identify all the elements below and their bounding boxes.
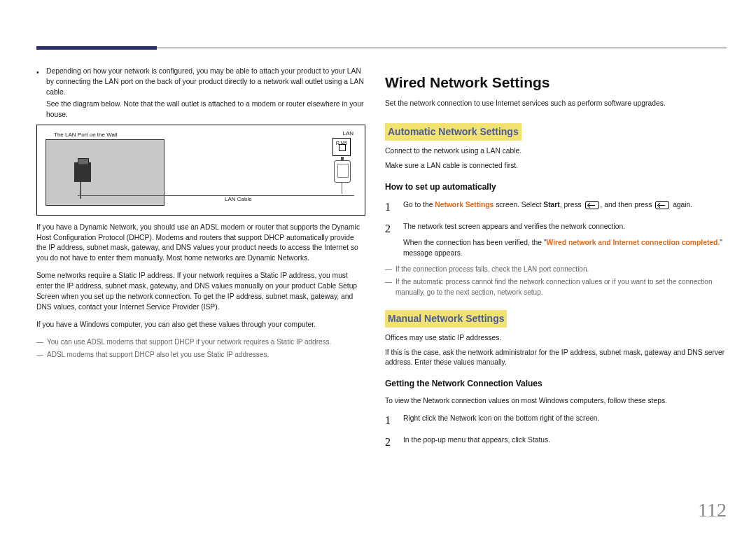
top-accent-bar <box>36 46 157 50</box>
step-body: The network test screen appears and veri… <box>403 220 728 259</box>
step-2: 2 The network test screen appears and ve… <box>385 220 728 259</box>
step-number: 1 <box>385 412 395 428</box>
cable-vertical <box>342 183 342 194</box>
step2-line2: When the connection has been verified, t… <box>403 238 728 259</box>
auto-p2: Make sure a LAN cable is connected first… <box>385 161 728 171</box>
auto-p1: Connect to the network using a LAN cable… <box>385 146 728 157</box>
step2-line1: The network test screen appears and veri… <box>403 222 728 232</box>
step-number: 2 <box>385 434 395 450</box>
dash-icon: ― <box>36 350 43 360</box>
dash-icon: ― <box>385 277 392 297</box>
text: When the connection has been verified, t… <box>403 239 547 246</box>
cable-connector-icon <box>334 160 351 183</box>
paragraph-static-ip: Some networks require a Static IP addres… <box>36 271 365 313</box>
rj45-port-icon: RJ45 <box>332 138 351 156</box>
note-text: You can use ADSL modems that support DHC… <box>47 337 331 348</box>
step-body: Right click the Network icon on the bott… <box>403 412 728 424</box>
bold-start: Start <box>543 201 559 209</box>
heading-howto-auto: How to set up automatically <box>385 181 728 193</box>
note-line: ― ADSL modems that support DHCP also let… <box>36 350 365 360</box>
lan-label: LAN <box>342 129 354 138</box>
note-text: If the automatic process cannot find the… <box>396 277 728 297</box>
text: , and then press <box>601 201 654 209</box>
paragraph-dhcp: If you have a Dynamic Network, you shoul… <box>36 223 365 265</box>
note-text: If the connection process fails, check t… <box>396 265 589 275</box>
step-number: 2 <box>385 220 395 237</box>
paragraph-windows: If you have a Windows computer, you can … <box>36 320 365 330</box>
enter-button-icon <box>585 201 599 209</box>
manual-p2: If this is the case, ask the network adm… <box>385 348 728 369</box>
page-number: 112 <box>698 499 727 521</box>
highlight-network-settings: Network Settings <box>435 201 493 209</box>
manual-step-2: 2 In the pop-up menu that appears, click… <box>385 434 728 450</box>
step-number: 1 <box>385 199 395 215</box>
manual-step-1: 1 Right click the Network icon on the bo… <box>385 412 728 428</box>
enter-button-icon <box>655 201 669 209</box>
section-title: Wired Network Settings <box>385 72 728 93</box>
note-line: ― You can use ADSL modems that support D… <box>36 337 365 348</box>
text: again. <box>671 201 692 209</box>
wall-port-icon <box>74 162 91 182</box>
wall-port-label: The LAN Port on the Wall <box>54 131 117 139</box>
dash-icon: ― <box>385 265 392 275</box>
heading-getting-values: Getting the Network Connection Values <box>385 378 728 390</box>
bullet-dot-icon: • <box>36 66 39 120</box>
bullet-item: • Depending on how your network is confi… <box>36 66 365 120</box>
lan-diagram: The LAN Port on the Wall LAN RJ45 LAN Ca… <box>36 125 365 216</box>
manual-p1: Offices may use static IP addresses. <box>385 333 728 344</box>
section-intro: Set the network connection to use Intern… <box>385 99 728 109</box>
step-body: In the pop-up menu that appears, click S… <box>403 434 728 446</box>
bullet-subtext: See the diagram below. Note that the wal… <box>46 99 365 120</box>
text: , press <box>560 201 584 209</box>
step-1: 1 Go to the Network Settings screen. Sel… <box>385 199 728 215</box>
left-column: • Depending on how your network is confi… <box>36 66 365 363</box>
text: Go to the <box>403 201 435 209</box>
cable-line <box>78 195 354 196</box>
text: screen. Select <box>493 201 543 209</box>
right-column: Wired Network Settings Set the network c… <box>385 72 728 456</box>
highlight-completed: Wired network and Internet connection co… <box>547 239 720 246</box>
subsection-auto: Automatic Network Settings <box>385 123 522 140</box>
cable-label: LAN Cable <box>225 195 252 204</box>
note-line: ― If the connection process fails, check… <box>385 265 728 275</box>
step-body: Go to the Network Settings screen. Selec… <box>403 199 728 211</box>
note-text: ADSL modems that support DHCP also let y… <box>47 350 269 360</box>
subsection-manual: Manual Network Settings <box>385 310 507 327</box>
dash-icon: ― <box>36 337 43 348</box>
manual-intro: To view the Network connection values on… <box>385 396 728 407</box>
bullet-text: Depending on how your network is configu… <box>46 66 365 98</box>
note-line: ― If the automatic process cannot find t… <box>385 277 728 297</box>
